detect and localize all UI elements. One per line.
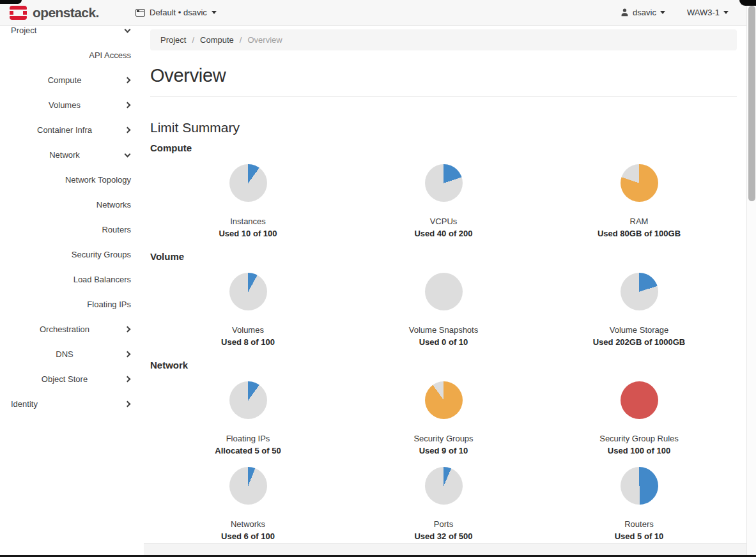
limit-chart-volume-storage: Volume Storage Used 202GB of 1000GB	[541, 273, 737, 353]
section-heading-network: Network	[150, 360, 737, 370]
chevron-right-icon	[125, 102, 131, 109]
title-divider	[150, 96, 737, 97]
chart-label: RAM	[630, 217, 649, 226]
chart-usage: Used 8 of 100	[221, 338, 275, 347]
chart-label: Volume Storage	[610, 326, 669, 335]
pie-chart	[229, 467, 267, 505]
pie-chart	[621, 467, 658, 505]
chart-label: Routers	[624, 520, 654, 529]
breadcrumb-compute[interactable]: Compute	[200, 35, 234, 45]
chart-usage: Used 0 of 10	[419, 338, 468, 347]
sidebar-item-label: Network	[49, 150, 80, 160]
chart-usage: Used 32 of 500	[414, 532, 472, 541]
breadcrumb-separator: /	[192, 35, 194, 45]
sidebar-item-network[interactable]: Network	[0, 142, 144, 167]
limit-chart-networks: Networks Used 6 of 100	[150, 467, 346, 547]
caret-down-icon	[660, 11, 665, 14]
sidebar-item-network-topology[interactable]: Network Topology	[0, 167, 144, 192]
limit-chart-instances: Instances Used 10 of 100	[150, 164, 346, 244]
sidebar-item-label: Security Groups	[72, 250, 131, 259]
sidebar-item-object-store[interactable]: Object Store	[0, 367, 144, 392]
window-corner-top-left	[0, 0, 22, 4]
sidebar-item-volumes[interactable]: Volumes	[0, 93, 144, 118]
sidebar-item-load-balancers[interactable]: Load Balancers	[0, 267, 144, 292]
chevron-down-icon	[125, 151, 131, 157]
compute-chart-row: Instances Used 10 of 100 VCPUs Used 40 o…	[150, 164, 737, 244]
user-icon	[621, 8, 629, 17]
sidebar-item-api-access[interactable]: API Access	[0, 43, 144, 68]
caret-down-icon	[212, 11, 217, 14]
region-menu-label: WAW3-1	[687, 8, 720, 17]
limit-summary-title: Limit Summary	[150, 120, 737, 135]
main-content: Project / Compute / Overview Overview Li…	[144, 26, 746, 555]
chart-usage: Used 6 of 100	[221, 532, 275, 541]
sidebar: Project API Access Compute Volumes Conta…	[0, 26, 144, 555]
chart-usage: Used 202GB of 1000GB	[593, 338, 686, 347]
chevron-right-icon	[125, 376, 131, 383]
chart-usage: Used 10 of 100	[219, 229, 277, 238]
brand[interactable]: openstack.	[0, 5, 135, 20]
sidebar-item-label: Container Infra	[37, 125, 92, 135]
sidebar-item-routers[interactable]: Routers	[0, 217, 144, 242]
page-title: Overview	[150, 65, 737, 86]
sidebar-item-networks[interactable]: Networks	[0, 192, 144, 217]
chart-label: Floating IPs	[226, 434, 270, 443]
pie-chart	[621, 273, 658, 310]
sidebar-item-label: Floating IPs	[87, 300, 131, 309]
sidebar-item-orchestration[interactable]: Orchestration	[0, 317, 144, 342]
sidebar-item-floating-ips[interactable]: Floating IPs	[0, 292, 144, 317]
chart-usage: Used 9 of 10	[419, 446, 468, 455]
sidebar-item-label: Routers	[102, 225, 131, 234]
sidebar-item-label: DNS	[56, 349, 73, 359]
pie-chart	[425, 164, 463, 202]
brand-wordmark: openstack.	[33, 5, 99, 20]
pie-chart	[229, 381, 267, 419]
chevron-right-icon	[125, 77, 131, 84]
chart-usage: Used 5 of 10	[615, 532, 664, 541]
sidebar-item-identity[interactable]: Identity	[0, 392, 144, 416]
pie-chart	[425, 273, 463, 310]
pie-chart	[425, 467, 463, 505]
sidebar-item-dns[interactable]: DNS	[0, 342, 144, 367]
breadcrumb-overview: Overview	[247, 35, 282, 45]
region-menu[interactable]: WAW3-1	[687, 8, 729, 17]
section-heading-compute: Compute	[150, 142, 737, 153]
limit-chart-ram: RAM Used 80GB of 100GB	[541, 164, 737, 244]
chart-usage: Used 100 of 100	[608, 446, 670, 455]
sidebar-item-label: API Access	[89, 50, 131, 60]
section-heading-volume: Volume	[150, 251, 737, 262]
sidebar-item-label: Compute	[48, 75, 82, 85]
network-chart-grid: Floating IPs Allocated 5 of 50 Security …	[150, 381, 737, 547]
limit-chart-ports: Ports Used 32 of 500	[346, 467, 541, 547]
sidebar-item-label: Object Store	[42, 374, 88, 384]
sidebar-item-security-groups[interactable]: Security Groups	[0, 242, 144, 267]
chart-usage: Used 40 of 200	[414, 229, 472, 238]
pie-chart	[229, 164, 267, 202]
footer-strip	[144, 543, 746, 555]
pie-chart	[621, 164, 658, 202]
chart-label: VCPUs	[430, 217, 458, 226]
sidebar-item-compute[interactable]: Compute	[0, 68, 144, 93]
chevron-right-icon	[125, 351, 131, 358]
sidebar-item-label: Orchestration	[40, 324, 89, 334]
chart-label: Volume Snapshots	[409, 326, 478, 335]
vertical-scrollbar[interactable]	[746, 0, 756, 557]
openstack-logo-icon	[10, 6, 27, 20]
caret-down-icon	[723, 11, 729, 14]
chart-label: Volumes	[232, 326, 264, 335]
chart-usage: Allocated 5 of 50	[215, 446, 281, 455]
chevron-right-icon	[125, 401, 131, 408]
sidebar-item-label: Identity	[11, 399, 38, 409]
project-switcher-menu[interactable]: Default • dsavic	[135, 8, 217, 17]
sidebar-item-container-infra[interactable]: Container Infra	[0, 118, 144, 142]
user-menu-label: dsavic	[633, 8, 656, 17]
chart-label: Networks	[231, 520, 265, 529]
scrollbar-thumb[interactable]	[748, 6, 755, 201]
breadcrumb: Project / Compute / Overview	[150, 29, 737, 50]
chart-label: Security Groups	[413, 434, 473, 443]
top-navbar: openstack. Default • dsavic dsavic WAW3-…	[0, 0, 746, 26]
breadcrumb-project[interactable]: Project	[160, 35, 186, 45]
pie-chart	[621, 381, 658, 419]
user-menu[interactable]: dsavic	[621, 8, 665, 17]
limit-chart-security-groups: Security Groups Used 9 of 10	[346, 381, 541, 461]
